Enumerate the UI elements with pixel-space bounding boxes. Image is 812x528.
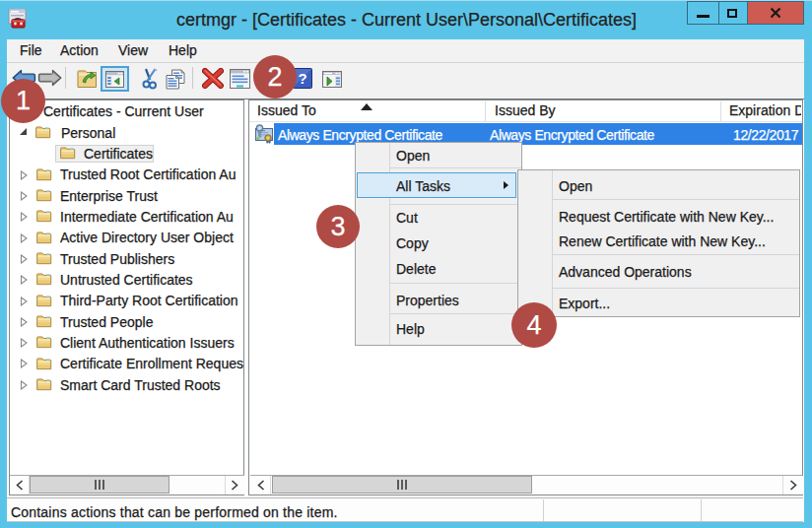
svg-text:?: ? <box>298 70 306 87</box>
